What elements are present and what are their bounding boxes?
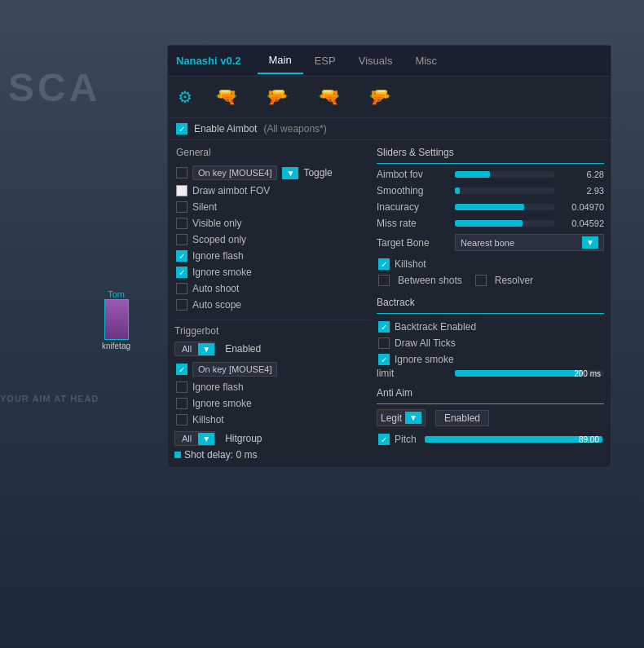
tab-misc[interactable]: Misc: [404, 48, 448, 73]
hitgroup-all-label: All: [175, 432, 198, 445]
hitgroup-arrow[interactable]: ▼: [198, 433, 214, 445]
general-title: General: [174, 147, 370, 158]
on-key-row: On key [MOUSE4] ▼ Toggle: [174, 163, 370, 183]
weapon-bar: ⚙ 🔫 🔫 🔫 🔫: [168, 77, 611, 118]
toggle-dropdown[interactable]: ▼: [282, 167, 298, 179]
triggerbot-all-arrow[interactable]: ▼: [198, 343, 214, 355]
weapon-sniper-icon[interactable]: 🔫: [363, 83, 398, 111]
tab-esp[interactable]: ESP: [303, 48, 347, 73]
content-area: General On key [MOUSE4] ▼ Toggle Draw ai…: [168, 140, 611, 467]
visible-only-checkbox[interactable]: [176, 218, 187, 229]
player-figure: [105, 300, 128, 339]
miss-rate-track[interactable]: [455, 220, 554, 227]
app-title: Nanashi v0.2: [176, 55, 241, 67]
auto-scope-label: Auto scope: [192, 299, 241, 311]
inacuracy-row: Inacuracy 0.04970: [377, 201, 604, 213]
backtrack-enabled-row: Backtrack Enabled: [377, 319, 604, 335]
triggerbot-ignore-flash-label: Ignore flash: [192, 381, 244, 393]
ignore-flash-checkbox[interactable]: [176, 250, 187, 262]
right-column: Sliders & Settings Aimbot fov 6.28 Smoot…: [377, 147, 604, 461]
on-key-checkbox[interactable]: [176, 167, 187, 179]
triggerbot-killshot-checkbox[interactable]: [176, 414, 187, 425]
miss-rate-value: 0.04592: [559, 218, 604, 228]
backtrack-title: Bactrack: [377, 297, 604, 308]
backtrack-limit-track[interactable]: 200 ms: [455, 370, 604, 377]
weapon-rifle-icon[interactable]: 🔫: [311, 83, 346, 111]
backtrack-section: Bactrack Backtrack Enabled Draw All Tick…: [377, 297, 604, 379]
weapon-pistol-icon[interactable]: 🔫: [209, 83, 244, 111]
player-tag-label: knifetag: [102, 342, 130, 350]
target-bone-select[interactable]: Nearest bone ▼: [455, 234, 604, 251]
triggerbot-ignore-smoke-row: Ignore smoke: [174, 395, 370, 412]
shot-delay-label: Shot delay: 0 ms: [184, 449, 257, 461]
triggerbot-onkey-checkbox[interactable]: [176, 364, 187, 375]
triggerbot-onkey-row: On key [MOUSE4]: [174, 359, 370, 379]
anti-aim-title: Anti Aim: [377, 387, 604, 399]
legit-dropdown[interactable]: Legit ▼: [377, 409, 426, 426]
legit-arrow[interactable]: ▼: [405, 412, 421, 424]
on-key-button[interactable]: On key [MOUSE4]: [192, 165, 277, 180]
backtrack-ignore-smoke-checkbox[interactable]: [378, 354, 390, 365]
player-indicator: Tom knifetag: [102, 289, 130, 350]
backtrack-limit-fill: [455, 370, 582, 377]
smoothing-track[interactable]: [455, 187, 554, 194]
inacuracy-track[interactable]: [455, 204, 554, 210]
miss-rate-label: Miss rate: [377, 218, 450, 229]
enable-aimbot-checkbox[interactable]: [176, 123, 187, 134]
ignore-flash-row: Ignore flash: [174, 248, 370, 264]
triggerbot-ignore-flash-checkbox[interactable]: [176, 381, 187, 393]
triggerbot-title: Triggerbot: [174, 325, 370, 337]
triggerbot-ignore-smoke-label: Ignore smoke: [192, 398, 252, 409]
triggerbot-section: Triggerbot All ▼ Enabled On key [MOUSE4]: [174, 320, 370, 461]
triggerbot-onkey-button[interactable]: On key [MOUSE4]: [192, 362, 277, 377]
ignore-smoke-row: Ignore smoke: [174, 264, 370, 280]
aimbot-fov-value: 6.28: [559, 170, 604, 179]
triggerbot-ignore-smoke-checkbox[interactable]: [176, 398, 187, 409]
silent-row: Silent: [174, 199, 370, 215]
bg-watermark: SCA: [8, 65, 100, 110]
target-bone-value: Nearest bone: [461, 238, 514, 248]
gear-icon[interactable]: ⚙: [178, 87, 192, 107]
silent-checkbox[interactable]: [176, 201, 187, 213]
pitch-checkbox[interactable]: [378, 434, 390, 445]
tab-main[interactable]: Main: [258, 47, 303, 74]
draw-all-ticks-checkbox[interactable]: [378, 337, 390, 349]
aimbot-fov-row: Aimbot fov 6.28: [377, 169, 604, 180]
ignore-smoke-checkbox[interactable]: [176, 267, 187, 278]
player-name: Tom: [102, 289, 130, 299]
player-box: [104, 299, 129, 340]
auto-scope-checkbox[interactable]: [176, 299, 187, 311]
killshot-checkbox[interactable]: [378, 258, 390, 270]
smoothing-value: 2.93: [559, 186, 604, 196]
auto-shoot-checkbox[interactable]: [176, 283, 187, 294]
legit-label: Legit: [381, 412, 402, 424]
target-bone-arrow[interactable]: ▼: [582, 236, 598, 249]
aimbot-fov-label: Aimbot fov: [377, 169, 450, 180]
bg-slogan-text: YOUR AIM AT HEAD: [0, 394, 99, 403]
backtrack-ignore-smoke-row: Ignore smoke: [377, 351, 604, 368]
triggerbot-killshot-row: Killshot: [174, 412, 370, 428]
weapon-smg-icon[interactable]: 🔫: [260, 83, 295, 111]
draw-fov-label: Draw aimbot FOV: [192, 185, 270, 196]
triggerbot-killshot-label: Killshot: [192, 414, 224, 425]
miss-rate-fill: [455, 220, 523, 227]
hitgroup-all-dropdown[interactable]: All ▼: [174, 431, 215, 446]
inacuracy-label: Inacuracy: [377, 201, 450, 213]
smoothing-label: Smoothing: [377, 185, 450, 196]
all-weapons-label: (All weapons*): [263, 123, 326, 134]
aimbot-fov-track[interactable]: [455, 171, 554, 178]
ignore-flash-label: Ignore flash: [192, 250, 244, 262]
backtrack-enabled-checkbox[interactable]: [378, 321, 390, 333]
pitch-label: Pitch: [395, 434, 417, 445]
tab-visuals[interactable]: Visuals: [347, 48, 404, 73]
draw-all-ticks-row: Draw All Ticks: [377, 335, 604, 351]
draw-fov-checkbox[interactable]: [176, 185, 187, 196]
draw-fov-row: Draw aimbot FOV: [174, 183, 370, 199]
scoped-only-checkbox[interactable]: [176, 234, 187, 245]
legit-row: Legit ▼ Enabled: [377, 409, 604, 426]
between-shots-checkbox[interactable]: [378, 275, 390, 286]
pitch-track[interactable]: 89.00: [425, 436, 602, 443]
triggerbot-all-dropdown[interactable]: All ▼: [174, 342, 215, 356]
resolver-checkbox[interactable]: [475, 275, 487, 286]
triggerbot-all-row: All ▼ Enabled: [174, 342, 370, 356]
